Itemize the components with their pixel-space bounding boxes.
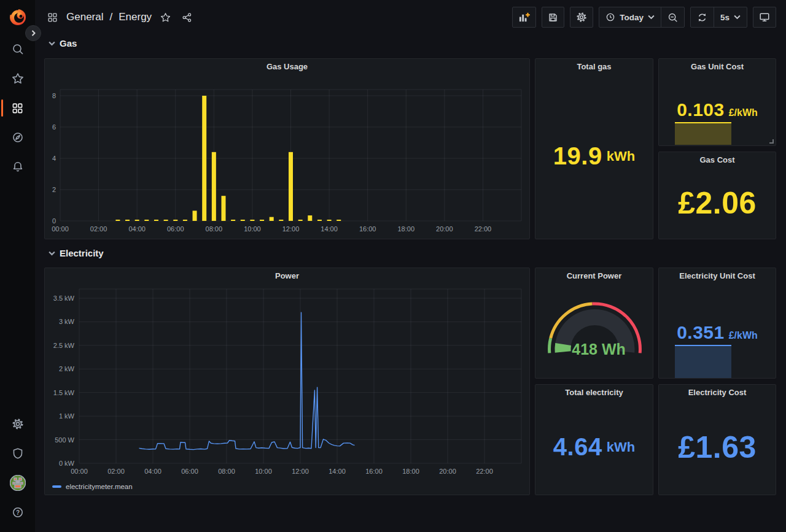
svg-text:20:00: 20:00 xyxy=(436,225,453,233)
gas-cost-stat: £2.06 xyxy=(659,167,776,239)
sidebar-bottom-group: ? xyxy=(0,409,35,532)
panel-resize-handle[interactable] xyxy=(769,139,774,144)
kiosk-mode-button[interactable] xyxy=(753,7,776,28)
svg-text:12:00: 12:00 xyxy=(282,225,300,233)
bell-icon xyxy=(12,161,24,173)
sidebar-expand-button[interactable] xyxy=(25,25,41,41)
sidebar-item-profile[interactable] xyxy=(0,468,35,498)
total-electricity-stat: 4.64 kWh xyxy=(535,399,653,495)
panel-title-total-gas[interactable]: Total gas xyxy=(535,62,653,71)
svg-text:16:00: 16:00 xyxy=(359,225,376,233)
share-icon xyxy=(182,12,192,23)
refresh-icon xyxy=(697,12,707,23)
total-electricity-unit: kWh xyxy=(607,439,635,455)
share-dashboard-button[interactable] xyxy=(179,10,195,25)
sidebar-item-help[interactable]: ? xyxy=(0,498,35,527)
save-dashboard-button[interactable] xyxy=(542,7,564,28)
svg-text:500 W: 500 W xyxy=(55,436,74,444)
power-legend[interactable]: electricitymeter.mean xyxy=(52,483,133,490)
panel-title-gas-cost[interactable]: Gas Cost xyxy=(659,155,776,164)
refresh-interval-label: 5s xyxy=(720,13,730,22)
panel-title-electricity-cost[interactable]: Electricity Cost xyxy=(659,388,776,397)
svg-text:6: 6 xyxy=(52,123,56,131)
row-header-gas[interactable]: Gas xyxy=(49,38,77,48)
dashboards-grid-icon xyxy=(12,102,23,114)
add-panel-button[interactable] xyxy=(512,7,536,28)
svg-text:22:00: 22:00 xyxy=(475,225,492,233)
chevron-down-icon xyxy=(49,41,55,46)
star-dashboard-button[interactable] xyxy=(158,10,173,25)
svg-text:06:00: 06:00 xyxy=(167,225,184,233)
panel-title-total-electricity[interactable]: Total electricity xyxy=(535,388,653,397)
zoom-out-button[interactable] xyxy=(661,7,684,27)
gas-unit-cost-unit: £/kWh xyxy=(729,107,758,118)
electricity-unit-cost-stat: 0.351 £/kWh xyxy=(659,322,776,343)
electricity-cost-value: £1.63 xyxy=(678,430,757,465)
svg-text:14:00: 14:00 xyxy=(321,225,338,233)
svg-text:4: 4 xyxy=(52,155,56,162)
gas-unit-cost-stat: 0.103 £/kWh xyxy=(659,99,776,120)
compass-icon xyxy=(12,131,24,144)
monitor-icon xyxy=(759,12,770,23)
sidebar-item-configuration[interactable] xyxy=(0,409,35,439)
electricity-cost-stat: £1.63 xyxy=(659,399,776,495)
total-gas-unit: kWh xyxy=(607,148,635,164)
gear-icon xyxy=(12,418,24,430)
help-icon: ? xyxy=(12,506,24,519)
svg-text:08:00: 08:00 xyxy=(206,225,223,233)
legend-label: electricitymeter.mean xyxy=(66,483,133,490)
panel-title-gas-unit-cost[interactable]: Gas Unit Cost xyxy=(659,62,776,71)
svg-text:02:00: 02:00 xyxy=(107,468,125,475)
user-avatar xyxy=(10,475,26,491)
time-range-label: Today xyxy=(620,13,644,22)
panel-title-electricity-unit-cost[interactable]: Electricity Unit Cost xyxy=(659,271,776,280)
grafana-logo xyxy=(7,7,28,28)
svg-text:00:00: 00:00 xyxy=(52,225,69,233)
sidebar-item-dashboards[interactable] xyxy=(0,93,35,123)
main-area: General / Energy xyxy=(35,0,786,532)
electricity-unit-cost-value: 0.351 xyxy=(677,322,725,343)
shield-icon xyxy=(12,447,24,460)
electricity-unit-cost-unit: £/kWh xyxy=(729,330,758,341)
breadcrumb-dashboard[interactable]: Energy xyxy=(119,11,152,23)
dashboard-settings-button[interactable] xyxy=(570,7,593,28)
svg-text:2: 2 xyxy=(52,186,56,193)
chevron-down-icon xyxy=(734,15,741,20)
power-chart[interactable]: 0 kW500 W1 kW1.5 kW2 kW2.5 kW3 kW3.5 kW0… xyxy=(45,268,531,496)
gas-usage-chart[interactable]: 0246800:0002:0004:0006:0008:0010:0012:00… xyxy=(45,59,531,240)
sidebar-item-server-admin[interactable] xyxy=(0,439,35,468)
time-range-picker[interactable]: Today xyxy=(599,7,661,27)
svg-text:02:00: 02:00 xyxy=(90,225,107,233)
chevron-down-icon xyxy=(648,15,655,20)
grafana-app: ? General / Energy xyxy=(0,0,786,532)
svg-text:16:00: 16:00 xyxy=(365,468,383,475)
panel-title-power[interactable]: Power xyxy=(45,271,529,280)
current-power-gauge[interactable]: 418 Wh xyxy=(535,280,654,377)
svg-text:?: ? xyxy=(15,509,19,516)
svg-text:3.5 kW: 3.5 kW xyxy=(53,295,75,302)
panel-title-gas-usage[interactable]: Gas Usage xyxy=(45,62,529,71)
chevron-right-icon xyxy=(31,30,36,36)
svg-text:1 kW: 1 kW xyxy=(59,412,75,420)
sidebar-item-explore[interactable] xyxy=(0,123,35,152)
panel-title-current-power[interactable]: Current Power xyxy=(535,271,653,280)
panel-total-electricity: Total electricity 4.64 kWh xyxy=(535,384,653,495)
svg-text:2 kW: 2 kW xyxy=(59,365,75,372)
sidebar-item-alerting[interactable] xyxy=(0,152,35,182)
refresh-button[interactable] xyxy=(691,7,714,27)
breadcrumb-folder[interactable]: General xyxy=(66,11,103,23)
panel-gas-cost: Gas Cost £2.06 xyxy=(658,152,776,239)
zoom-out-icon xyxy=(667,12,678,23)
panel-current-power: Current Power 418 Wh xyxy=(535,268,653,379)
svg-text:00:00: 00:00 xyxy=(71,468,88,475)
apps-grid-icon xyxy=(45,10,60,25)
refresh-interval-picker[interactable]: 5s xyxy=(714,7,747,27)
sidebar-item-starred[interactable] xyxy=(0,64,35,93)
gas-unit-cost-sparkline xyxy=(675,122,731,145)
svg-text:04:00: 04:00 xyxy=(144,468,161,475)
panel-total-gas: Total gas 19.9 kWh xyxy=(535,58,653,239)
svg-text:06:00: 06:00 xyxy=(181,468,198,475)
save-icon xyxy=(548,12,558,23)
breadcrumb: General / Energy xyxy=(45,10,195,25)
row-header-electricity[interactable]: Electricity xyxy=(49,248,104,258)
